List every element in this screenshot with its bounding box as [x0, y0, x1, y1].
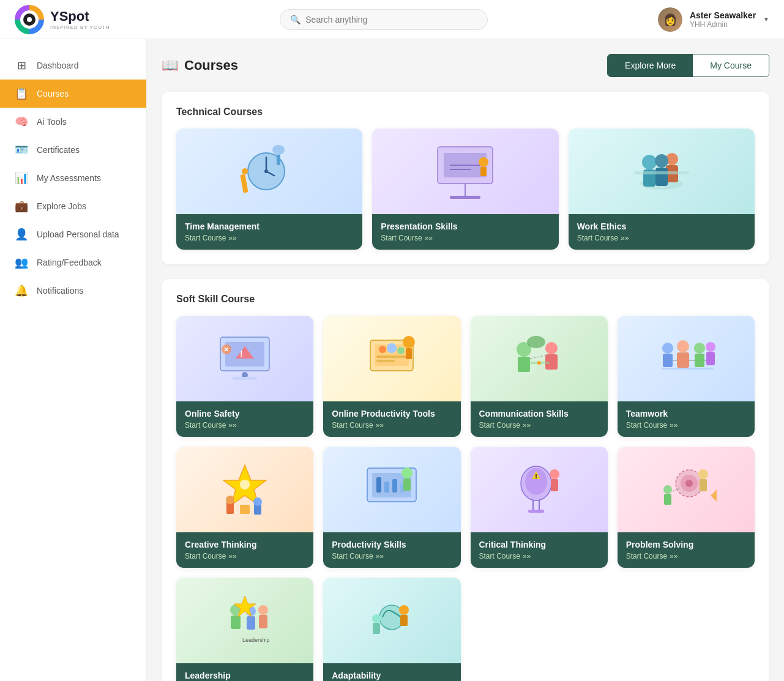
main-layout: ⊞ Dashboard 📋 Courses 🧠 Ai Tools 🪪 Certi… [0, 39, 784, 681]
sidebar-item-explore-jobs[interactable]: 💼 Explore Jobs [0, 192, 146, 220]
chevron-down-icon: ▼ [763, 16, 769, 23]
arrows-icon-11: »» [670, 552, 678, 560]
logo-text: YSpot INSPIRED BY YOUTH [50, 9, 110, 30]
sidebar-item-notifications[interactable]: 🔔 Notifications [0, 277, 146, 305]
page-header: 📖 Courses Explore More My Course [162, 54, 769, 77]
svg-rect-106 [400, 615, 408, 626]
start-course-work-ethics: Start Course »» [577, 234, 746, 242]
sidebar-item-courses[interactable]: 📋 Courses [0, 80, 146, 108]
svg-point-46 [527, 336, 545, 348]
course-image-time-management [176, 128, 362, 214]
tab-my-course[interactable]: My Course [693, 54, 769, 76]
sidebar-label-jobs: Explore Jobs [37, 201, 86, 211]
arrows-icon-9: »» [376, 552, 384, 560]
svg-point-50 [662, 343, 673, 354]
creative-thinking-illustration [208, 456, 282, 523]
svg-marker-95 [711, 489, 717, 502]
svg-rect-99 [247, 616, 255, 630]
svg-point-92 [663, 485, 672, 494]
start-course-problem-solving: Start Course »» [626, 552, 746, 560]
course-card-creative-thinking[interactable]: Creative Thinking Start Course »» [176, 447, 313, 568]
user-profile[interactable]: 👩 Aster Seawalker YHH Admin ▼ [658, 7, 769, 32]
course-card-critical-thinking[interactable]: Critical Thinking Start Course »» [471, 447, 608, 568]
course-card-adaptability[interactable]: Adaptability Start Course »» [323, 578, 460, 681]
course-name-critical-thinking: Critical Thinking [479, 540, 599, 549]
svg-text:Leadership: Leadership [242, 637, 270, 643]
technical-courses-section: Technical Courses [162, 92, 769, 264]
svg-rect-39 [376, 360, 395, 362]
svg-point-63 [240, 480, 250, 489]
search-input[interactable] [305, 15, 477, 24]
course-card-teamwork[interactable]: Teamwork Start Course »» [618, 316, 755, 437]
soft-skill-section-title: Soft Skill Course [176, 294, 755, 305]
svg-point-35 [379, 346, 386, 353]
course-info-productivity-skills: Productivity Skills Start Course »» [323, 532, 460, 568]
svg-point-37 [397, 347, 405, 354]
svg-rect-101 [259, 615, 267, 628]
course-card-communication[interactable]: Communication Skills Start Course »» [471, 316, 608, 437]
course-card-work-ethics[interactable]: Work Ethics Start Course »» [569, 128, 755, 250]
course-card-problem-solving[interactable]: Problem Solving Start Course »» [618, 447, 755, 568]
course-card-presentation[interactable]: Presentation Skills Start Course »» [372, 128, 558, 250]
sidebar-item-certificates[interactable]: 🪪 Certificates [0, 136, 146, 164]
svg-point-52 [677, 340, 689, 352]
course-image-problem-solving [618, 447, 755, 532]
svg-rect-38 [376, 355, 407, 358]
presentation-illustration [425, 138, 505, 205]
start-course-productivity-skills: Start Course »» [332, 552, 452, 560]
avatar: 👩 [658, 7, 682, 32]
page-icon: 📖 [162, 58, 178, 73]
course-info-problem-solving: Problem Solving Start Course »» [618, 532, 755, 568]
sidebar-label-ai-tools: Ai Tools [37, 117, 67, 127]
arrows-icon-3: »» [621, 234, 629, 242]
svg-point-14 [479, 157, 488, 167]
sidebar-label-dashboard: Dashboard [37, 61, 79, 70]
course-card-online-safety[interactable]: ! Online Safety Start Course »» [176, 316, 313, 437]
rating-icon: 👥 [15, 256, 28, 269]
sidebar-label-upload: Upload Personal data [37, 229, 119, 239]
svg-rect-76 [403, 478, 411, 491]
app-name: YSpot [50, 9, 110, 24]
start-course-teamwork: Start Course »» [626, 421, 746, 430]
soft-skill-row3: Leadership Leadership Start Course »» [176, 578, 755, 681]
svg-rect-97 [231, 616, 241, 629]
course-info-presentation: Presentation Skills Start Course »» [372, 214, 558, 250]
tab-explore-more[interactable]: Explore More [608, 54, 693, 76]
svg-rect-29 [233, 377, 257, 380]
course-card-online-productivity[interactable]: Online Productivity Tools Start Course »… [323, 316, 460, 437]
svg-rect-10 [450, 196, 480, 199]
svg-point-107 [372, 614, 381, 623]
course-card-leadership[interactable]: Leadership Leadership Start Course »» [176, 578, 313, 681]
logo-area: YSpot INSPIRED BY YOUTH [15, 5, 110, 34]
course-name-creative-thinking: Creative Thinking [185, 540, 305, 549]
course-image-leadership: Leadership [176, 578, 313, 663]
start-course-creative-thinking: Start Course »» [185, 552, 305, 560]
course-name-online-productivity: Online Productivity Tools [332, 409, 452, 419]
svg-point-67 [253, 497, 262, 506]
search-bar[interactable]: 🔍 [280, 9, 488, 30]
arrows-icon-7: »» [670, 421, 678, 430]
work-ethics-illustration [622, 138, 701, 205]
sidebar-item-dashboard[interactable]: ⊞ Dashboard [0, 51, 146, 80]
svg-rect-91 [700, 479, 707, 491]
svg-line-47 [530, 355, 545, 359]
problem-solving-illustration [649, 456, 723, 523]
sidebar-item-assessments[interactable]: 📊 My Assessments [0, 164, 146, 192]
sidebar-item-ai-tools[interactable]: 🧠 Ai Tools [0, 108, 146, 136]
sidebar-item-rating[interactable]: 👥 Rating/Feedback [0, 248, 146, 277]
sidebar-item-upload-personal[interactable]: 👤 Upload Personal data [0, 220, 146, 248]
svg-rect-108 [373, 623, 380, 634]
course-info-communication: Communication Skills Start Course »» [471, 401, 608, 437]
course-info-online-productivity: Online Productivity Tools Start Course »… [323, 401, 460, 437]
svg-rect-51 [663, 354, 673, 367]
dashboard-icon: ⊞ [15, 59, 28, 72]
technical-courses-grid: Time Management Start Course »» [176, 128, 755, 250]
course-card-time-management[interactable]: Time Management Start Course »» [176, 128, 362, 250]
svg-point-56 [706, 342, 715, 352]
course-image-online-productivity [323, 316, 460, 401]
course-card-productivity-skills[interactable]: Productivity Skills Start Course »» [323, 447, 460, 568]
soft-skill-row1: ! Online Safety Start Course »» [176, 316, 755, 437]
svg-point-36 [387, 343, 397, 353]
online-productivity-illustration [355, 325, 428, 392]
svg-point-86 [536, 477, 537, 478]
